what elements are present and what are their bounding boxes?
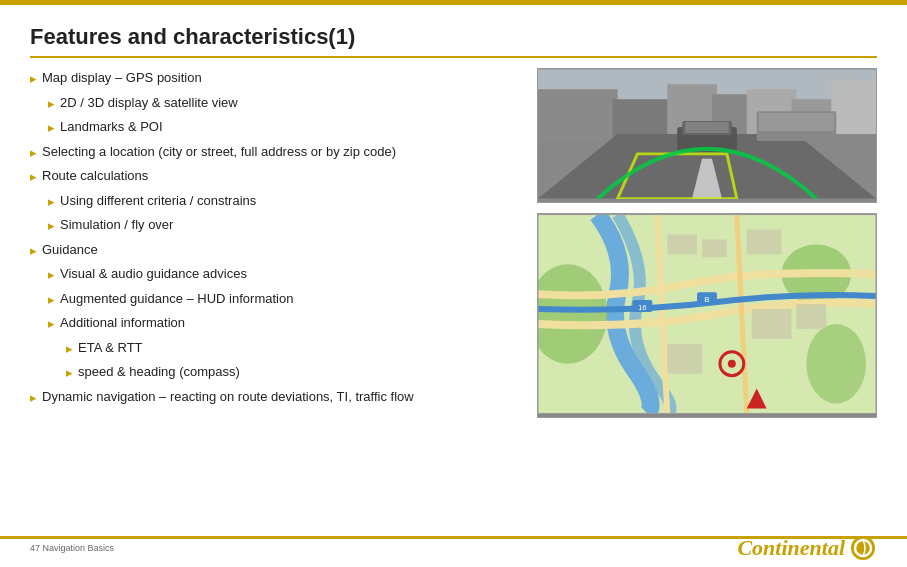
list-item: ▸ ETA & RTT bbox=[66, 338, 507, 359]
bullet-text: Using different criteria / constrains bbox=[60, 191, 256, 211]
list-item: ▸ Using different criteria / constrains bbox=[48, 191, 507, 212]
continental-wordmark: Continental bbox=[737, 535, 845, 561]
title-separator bbox=[30, 56, 877, 58]
footer: 47 Navigation Basics Continental bbox=[0, 534, 907, 562]
bullet-arrow-icon: ▸ bbox=[48, 94, 55, 114]
slide-container: Features and characteristics(1) ▸ Map di… bbox=[0, 0, 907, 567]
svg-point-28 bbox=[728, 360, 736, 368]
road-scene-svg bbox=[538, 69, 876, 199]
list-item: ▸ Simulation / fly over bbox=[48, 215, 507, 236]
list-item: ▸ 2D / 3D display & satellite view bbox=[48, 93, 507, 114]
content-area: ▸ Map display – GPS position ▸ 2D / 3D d… bbox=[30, 68, 877, 418]
bullet-arrow-icon: ▸ bbox=[48, 118, 55, 138]
bullet-arrow-icon: ▸ bbox=[66, 363, 73, 383]
list-item: ▸ speed & heading (compass) bbox=[66, 362, 507, 383]
bullet-text: Augmented guidance – HUD information bbox=[60, 289, 293, 309]
top-bar bbox=[0, 0, 907, 5]
bullet-arrow-icon: ▸ bbox=[30, 241, 37, 261]
bullet-text: Guidance bbox=[42, 240, 98, 260]
bullet-arrow-icon: ▸ bbox=[48, 265, 55, 285]
list-item: ▸ Guidance bbox=[30, 240, 507, 261]
svg-rect-16 bbox=[759, 113, 835, 131]
bullet-arrow-icon: ▸ bbox=[48, 192, 55, 212]
bullet-arrow-icon: ▸ bbox=[48, 314, 55, 334]
bullet-text: Visual & audio guidance advices bbox=[60, 264, 247, 284]
continental-circle-icon bbox=[849, 534, 877, 562]
continental-logo: Continental bbox=[737, 534, 877, 562]
footer-page-label: 47 Navigation Basics bbox=[30, 543, 114, 553]
svg-rect-22 bbox=[702, 239, 727, 257]
svg-rect-7 bbox=[831, 79, 876, 134]
map-scene-svg: 16 B bbox=[538, 214, 876, 414]
bullet-arrow-icon: ▸ bbox=[30, 69, 37, 89]
list-item: ▸ Route calculations bbox=[30, 166, 507, 187]
bullet-arrow-icon: ▸ bbox=[48, 290, 55, 310]
list-item: ▸ Map display – GPS position bbox=[30, 68, 507, 89]
bullet-text: Map display – GPS position bbox=[42, 68, 202, 88]
svg-rect-1 bbox=[538, 89, 618, 139]
bullet-text: Selecting a location (city or street, fu… bbox=[42, 142, 396, 162]
gps-image bbox=[537, 68, 877, 203]
list-item: ▸ Additional information bbox=[48, 313, 507, 334]
bullet-arrow-icon: ▸ bbox=[30, 388, 37, 408]
bullet-text: Simulation / fly over bbox=[60, 215, 173, 235]
bullet-arrow-icon: ▸ bbox=[48, 216, 55, 236]
svg-text:B: B bbox=[704, 295, 709, 304]
svg-rect-25 bbox=[796, 304, 826, 329]
slide-title: Features and characteristics(1) bbox=[30, 24, 877, 50]
list-item: ▸ Augmented guidance – HUD information bbox=[48, 289, 507, 310]
bullet-text: Additional information bbox=[60, 313, 185, 333]
svg-text:16: 16 bbox=[638, 303, 647, 312]
images-column: 16 B bbox=[537, 68, 877, 418]
list-item: ▸ Dynamic navigation – reacting on route… bbox=[30, 387, 507, 408]
list-item: ▸ Visual & audio guidance advices bbox=[48, 264, 507, 285]
svg-rect-2 bbox=[613, 99, 673, 139]
list-item: ▸ Selecting a location (city or street, … bbox=[30, 142, 507, 163]
bullet-text: Landmarks & POI bbox=[60, 117, 163, 137]
svg-rect-24 bbox=[752, 309, 792, 339]
bullet-text: ETA & RTT bbox=[78, 338, 143, 358]
bullet-text: Route calculations bbox=[42, 166, 148, 186]
svg-point-20 bbox=[806, 324, 866, 404]
svg-rect-23 bbox=[747, 230, 782, 255]
bullet-text: Dynamic navigation – reacting on route d… bbox=[42, 387, 414, 407]
bullet-arrow-icon: ▸ bbox=[30, 143, 37, 163]
map-image: 16 B bbox=[537, 213, 877, 418]
bullet-text: speed & heading (compass) bbox=[78, 362, 240, 382]
svg-rect-21 bbox=[667, 234, 697, 254]
svg-rect-26 bbox=[667, 344, 702, 374]
list-item: ▸ Landmarks & POI bbox=[48, 117, 507, 138]
svg-rect-14 bbox=[685, 122, 729, 133]
bullet-list: ▸ Map display – GPS position ▸ 2D / 3D d… bbox=[30, 68, 517, 418]
bullet-arrow-icon: ▸ bbox=[30, 167, 37, 187]
bullet-text: 2D / 3D display & satellite view bbox=[60, 93, 238, 113]
bullet-arrow-icon: ▸ bbox=[66, 339, 73, 359]
